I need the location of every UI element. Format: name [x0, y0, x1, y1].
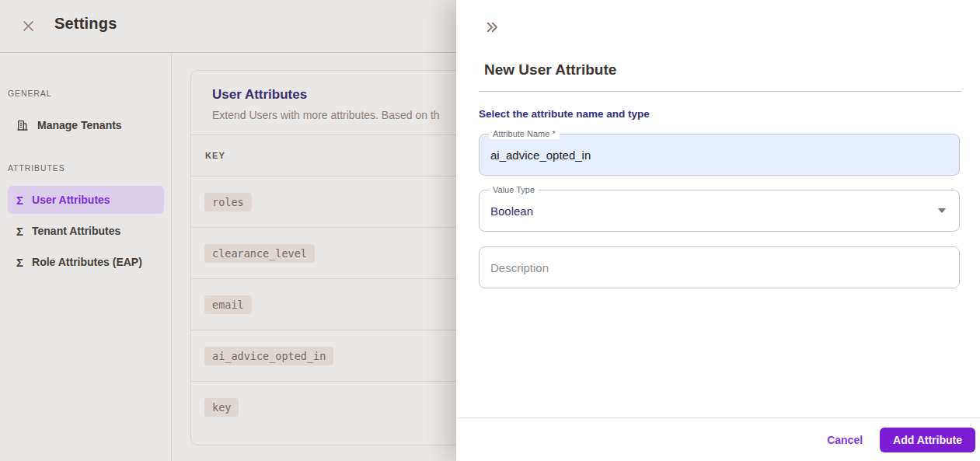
sidebar-section-label-general: GENERAL — [8, 89, 51, 98]
sidebar-section-label-attributes: ATTRIBUTES — [8, 163, 65, 173]
value-type-value: Boolean — [490, 190, 533, 231]
attribute-key-pill: email — [204, 295, 252, 314]
attribute-key-pill: ai_advice_opted_in — [204, 347, 333, 365]
attribute-key-pill: roles — [204, 193, 252, 211]
sigma-icon: Σ — [16, 225, 23, 237]
attribute-key-pill: clearance_level — [204, 244, 315, 263]
sidebar-item-label: Role Attributes (EAP) — [32, 256, 142, 268]
attribute-name-label: Attribute Name * — [489, 129, 560, 139]
drawer-footer: Cancel Add Attribute — [456, 418, 980, 461]
form-section-heading: Select the attribute name and type — [479, 108, 650, 120]
sidebar-item-role-attributes-eap[interactable]: Σ Role Attributes (EAP) — [8, 248, 164, 276]
collapse-drawer-button[interactable] — [482, 17, 502, 37]
sigma-icon: Σ — [16, 257, 23, 268]
chevron-down-icon — [938, 208, 946, 213]
description-field — [479, 246, 960, 288]
sidebar-item-label: Manage Tenants — [37, 119, 122, 131]
sidebar-item-user-attributes[interactable]: Σ User Attributes — [8, 186, 164, 214]
x-icon — [21, 19, 36, 33]
close-settings-button[interactable] — [19, 16, 37, 35]
value-type-select[interactable]: Value Type Boolean — [479, 190, 960, 232]
building-icon — [16, 119, 29, 131]
page-title: Settings — [54, 15, 117, 33]
attribute-name-input[interactable] — [480, 134, 959, 175]
cancel-button[interactable]: Cancel — [819, 428, 870, 452]
chevrons-right-icon — [485, 20, 499, 34]
drawer-title: New User Attribute — [484, 61, 616, 79]
attribute-key-pill: key — [204, 398, 239, 417]
sidebar: GENERAL Manage Tenants ATTRIBUTES Σ User… — [0, 54, 172, 461]
sidebar-item-tenant-attributes[interactable]: Σ Tenant Attributes — [8, 217, 164, 245]
description-input[interactable] — [480, 247, 959, 288]
sidebar-item-manage-tenants[interactable]: Manage Tenants — [8, 111, 164, 139]
sidebar-item-label: User Attributes — [32, 194, 110, 206]
attribute-name-field: Attribute Name * — [479, 134, 960, 176]
sigma-icon: Σ — [16, 194, 23, 206]
sidebar-item-label: Tenant Attributes — [32, 225, 120, 237]
new-user-attribute-drawer: New User Attribute Select the attribute … — [456, 0, 980, 461]
table-column-key: KEY — [205, 151, 225, 160]
add-attribute-button[interactable]: Add Attribute — [880, 428, 975, 452]
drawer-divider — [479, 91, 961, 92]
